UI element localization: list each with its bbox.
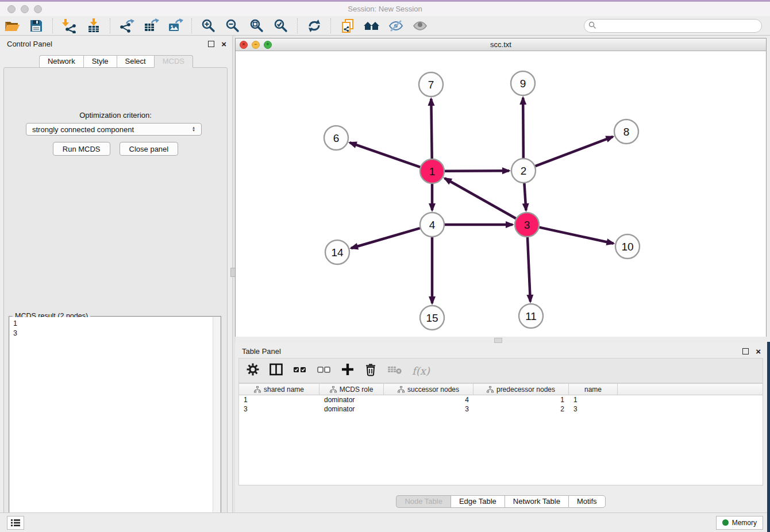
network-canvas[interactable]: 1234678910111415 [236, 51, 766, 337]
main-toolbar [0, 16, 770, 36]
graph-edge-4-14[interactable] [351, 228, 420, 248]
tab-style[interactable]: Style [83, 55, 117, 68]
toolbar-separator [52, 18, 53, 33]
graph-edge-2-3[interactable] [524, 183, 526, 210]
graph-edge-1-7[interactable] [431, 99, 432, 159]
tab-edge-table[interactable]: Edge Table [451, 495, 505, 508]
close-table-panel-icon[interactable]: × [756, 347, 761, 356]
tab-node-table[interactable]: Node Table [396, 495, 451, 508]
graph-node-label: 4 [429, 219, 436, 231]
table-cell[interactable]: 3 [239, 405, 319, 413]
table-row[interactable]: 3dominator323 [239, 404, 763, 414]
deselect-all-icon[interactable] [317, 363, 332, 379]
graph-edge-1-6[interactable] [350, 142, 421, 167]
graph-node-label: 10 [621, 241, 633, 253]
tab-network-table[interactable]: Network Table [505, 495, 568, 508]
export-network-icon[interactable] [118, 18, 136, 34]
mcds-result-list[interactable]: 1 3 [10, 317, 213, 530]
mcds-tab-pane: Optimization criterion: strongly connect… [3, 67, 228, 532]
tab-select[interactable]: Select [117, 55, 154, 68]
horizontal-splitter-grip[interactable] [494, 338, 502, 343]
memory-button[interactable]: Memory [716, 516, 763, 530]
graph-edge-3-1[interactable] [445, 178, 516, 218]
delete-column-icon[interactable] [364, 363, 378, 379]
column-header-name[interactable]: name [569, 384, 618, 395]
task-history-button[interactable] [7, 516, 24, 530]
export-table-icon[interactable] [143, 18, 160, 34]
run-mcds-button[interactable]: Run MCDS [53, 142, 110, 156]
table-panel: Table Panel × [235, 343, 767, 512]
close-panel-button[interactable]: Close panel [120, 142, 179, 156]
column-view-icon[interactable] [269, 363, 283, 379]
open-session-icon[interactable] [3, 18, 21, 34]
list-icon [10, 518, 21, 527]
column-header-successor-nodes[interactable]: successor nodes [384, 384, 473, 395]
import-network-icon[interactable] [61, 18, 78, 34]
graph-node-label: 3 [524, 219, 530, 231]
graph-node-label: 7 [428, 79, 434, 91]
table-cell[interactable]: dominator [319, 396, 384, 404]
table-cell[interactable]: dominator [319, 405, 384, 413]
table-options-gear-icon[interactable] [246, 363, 260, 379]
application-window: Session: New Session [0, 0, 770, 532]
result-scrollbar[interactable] [213, 317, 220, 530]
column-header-mcds-role[interactable]: MCDS role [319, 384, 384, 395]
table-cell[interactable]: 3 [569, 405, 618, 413]
hierarchy-icon [254, 386, 261, 393]
table-cell[interactable]: 1 [569, 396, 618, 404]
node-table: shared name MCDS role successor nodes pr… [238, 383, 763, 485]
select-all-icon[interactable] [292, 363, 307, 379]
optimization-criterion-select[interactable]: strongly connected component ▲▼ [26, 123, 202, 136]
close-panel-icon[interactable]: × [221, 40, 226, 48]
toolbar-separator [330, 18, 332, 33]
tab-network[interactable]: Network [39, 55, 83, 68]
graph-edge-1-2[interactable] [445, 171, 509, 171]
table-cell[interactable]: 4 [384, 396, 473, 404]
tab-motifs[interactable]: Motifs [568, 495, 606, 508]
first-neighbors-icon[interactable] [363, 18, 380, 34]
import-table-icon[interactable] [85, 18, 102, 34]
zoom-out-icon[interactable] [224, 18, 241, 34]
table-tabs-bar: Node Table Edge Table Network Table Moti… [235, 495, 767, 508]
refresh-view-icon[interactable] [306, 18, 323, 34]
zoom-in-icon[interactable] [200, 18, 217, 34]
column-header-shared-name[interactable]: shared name [239, 384, 319, 395]
add-column-icon[interactable] [341, 363, 355, 379]
graph-edge-3-11[interactable] [528, 237, 530, 302]
toolbar-separator [110, 18, 111, 33]
table-cell[interactable]: 2 [473, 405, 569, 413]
show-all-icon[interactable] [411, 18, 429, 34]
zoom-fit-icon[interactable] [248, 18, 265, 34]
network-window-titlebar[interactable]: × − + scc.txt [236, 38, 766, 51]
select-stepper-icon: ▲▼ [188, 126, 201, 132]
network-window-title: scc.txt [236, 40, 766, 49]
table-cell[interactable]: 1 [239, 396, 319, 404]
graph-node-label: 9 [520, 78, 526, 90]
selected-option: strongly connected component [26, 125, 188, 134]
zoom-selected-icon[interactable] [272, 18, 290, 34]
search-input[interactable] [584, 19, 762, 33]
delete-table-icon [387, 363, 403, 379]
control-panel-title: Control Panel [7, 40, 208, 48]
float-table-panel-icon[interactable] [742, 348, 749, 354]
float-panel-icon[interactable] [208, 41, 214, 47]
save-session-icon[interactable] [28, 18, 45, 34]
graph-node-label: 15 [426, 312, 438, 324]
duplicate-network-icon[interactable] [339, 18, 356, 34]
status-bar: Memory [0, 512, 770, 532]
graph-edge-2-8[interactable] [536, 137, 613, 166]
function-builder-icon: f(x) [412, 365, 430, 377]
control-panel-tabs: Network Style Select MCDS [0, 55, 232, 68]
table-toolbar: f(x) [238, 358, 763, 383]
hierarchy-icon [330, 386, 337, 393]
network-graph[interactable]: 1234678910111415 [236, 51, 766, 337]
hide-selected-icon[interactable] [387, 18, 405, 34]
table-cell[interactable]: 1 [473, 396, 569, 404]
column-header-predecessor-nodes[interactable]: predecessor nodes [473, 384, 569, 395]
tab-mcds[interactable]: MCDS [154, 55, 193, 68]
export-image-icon[interactable] [167, 18, 184, 34]
table-row[interactable]: 1dominator411 [239, 395, 763, 404]
table-cell[interactable]: 3 [384, 405, 473, 413]
graph-edge-3-10[interactable] [539, 228, 613, 244]
graph-edge-2-9[interactable] [523, 98, 523, 158]
